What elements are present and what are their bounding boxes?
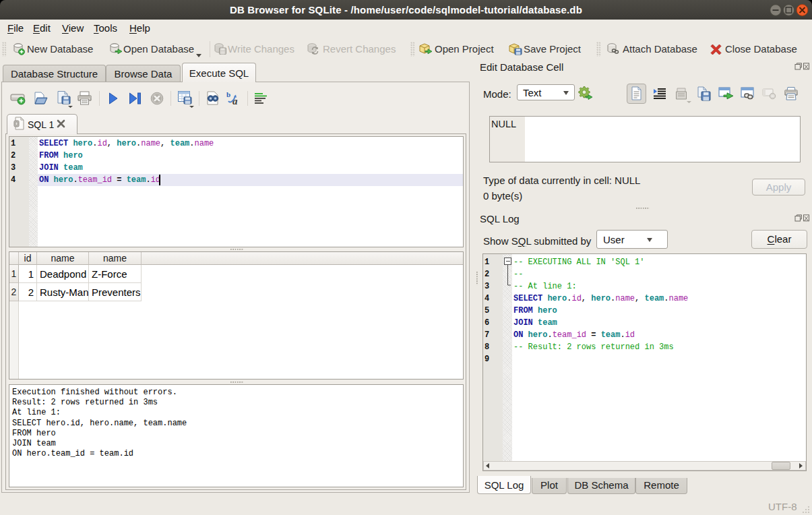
svg-text:b: b <box>226 90 230 98</box>
